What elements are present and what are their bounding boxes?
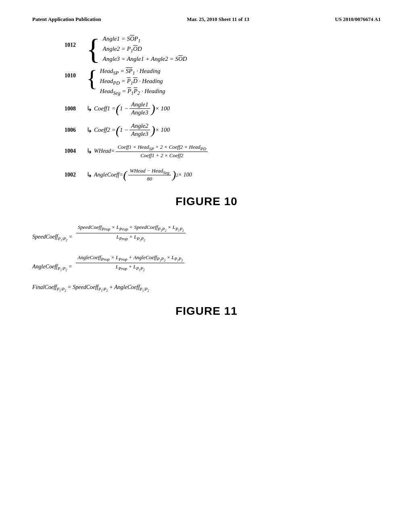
eq-headSeg: HeadSeg = P1P2 · Heading — [100, 88, 165, 96]
page-header: Patent Application Publication Mar. 25, … — [32, 16, 381, 23]
ref-1006: 1006 — [65, 127, 85, 133]
header-right: US 2010/0076674 A1 — [335, 16, 381, 23]
eq-headPD: HeadPD = P1D · Heading — [100, 78, 165, 86]
figure11-caption: FIGURE 11 — [32, 305, 381, 318]
eq-whead: WHead = Coeff1 × HeadSP + 2 × Coeff2 × H… — [94, 144, 209, 159]
ref-1004: 1004 — [65, 148, 85, 154]
ref-1008: 1008 — [65, 106, 85, 112]
figure10-formulas: 1012 { Angle1 = SOP1 Angle2 = P1OD Angle… — [32, 35, 381, 183]
eq-headSP: HeadSP = SP1 · Heading — [100, 68, 165, 76]
figure11-formulas: SpeedCoeffP1\P2 = SpeedCoeffProp × LProp… — [32, 224, 381, 293]
header-left: Patent Application Publication — [32, 16, 101, 23]
eq-finalcoeff-p1p2: FinalCoeffP1\P2 = SpeedCoeffP1\P2 + Angl… — [32, 284, 381, 293]
eq-block-1012: Angle1 = SOP1 Angle2 = P1OD Angle3 = Ang… — [103, 35, 187, 63]
eq-anglecoeff: AngleCoeff = ( WHead − HeadSeg 80 ) 2 × … — [94, 168, 192, 183]
eq-angle3: Angle3 = Angle1 + Angle2 = SOD — [103, 56, 187, 62]
eq-speedcoeff-p1p2: SpeedCoeffP1\P2 = SpeedCoeffProp × LProp… — [32, 224, 381, 242]
eq-angle1: Angle1 = SOP1 — [103, 35, 187, 44]
page: Patent Application Publication Mar. 25, … — [0, 0, 413, 532]
figure10-caption: FIGURE 10 — [32, 195, 381, 208]
ref-1012: 1012 — [65, 42, 85, 48]
eq-coeff1: Coeff1 = ( 1 − Angle1 Angle3 ) × 100 — [94, 101, 170, 116]
eq-block-1010: HeadSP = SP1 · Heading HeadPD = P1D · He… — [100, 67, 165, 97]
eq-anglecoeff-p1p2: AngleCoeffP1\P2 = AngleCoeffProp × LProp… — [32, 254, 381, 272]
eq-coeff2: Coeff2 = ( 1 − Angle2 Angle3 ) × 100 — [94, 123, 170, 137]
ref-1010: 1010 — [65, 73, 85, 79]
eq-angle2: Angle2 = P1OD — [103, 46, 187, 54]
header-center: Mar. 25, 2010 Sheet 11 of 13 — [187, 16, 249, 23]
ref-1002: 1002 — [65, 172, 85, 178]
